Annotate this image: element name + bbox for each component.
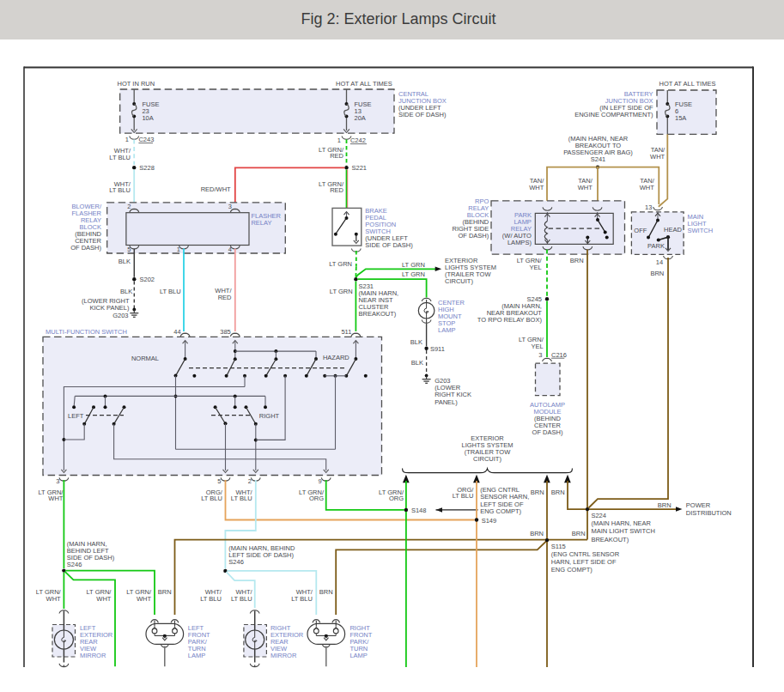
- svg-text:1: 1: [177, 246, 180, 253]
- svg-text:BRN: BRN: [551, 489, 565, 496]
- svg-text:S911: S911: [430, 345, 445, 353]
- svg-text:YEL: YEL: [529, 264, 541, 271]
- svg-text:S202: S202: [140, 276, 155, 283]
- svg-text:MAIN LIGHT SWITCH: MAIN LIGHT SWITCH: [591, 527, 654, 535]
- svg-text:C243: C243: [138, 136, 154, 143]
- svg-text:WHT: WHT: [46, 595, 61, 603]
- svg-text:3: 3: [56, 477, 59, 485]
- svg-text:BREAKOUT): BREAKOUT): [359, 310, 397, 318]
- svg-text:BRN: BRN: [530, 530, 544, 537]
- svg-text:BLK: BLK: [119, 258, 131, 265]
- svg-text:LT GRN: LT GRN: [402, 270, 425, 278]
- svg-text:BLK: BLK: [410, 338, 422, 346]
- svg-text:S228: S228: [139, 164, 155, 172]
- svg-text:HOT AT ALL TIMES: HOT AT ALL TIMES: [336, 80, 392, 88]
- svg-text:(ENG CNTRL SENSOR: (ENG CNTRL SENSOR: [551, 550, 620, 558]
- svg-text:CIRCUIT): CIRCUIT): [445, 277, 473, 285]
- svg-text:HAZARD: HAZARD: [323, 354, 349, 361]
- svg-text:G203: G203: [112, 312, 128, 319]
- svg-text:S246: S246: [228, 558, 244, 566]
- svg-text:HARN, LEFT SIDE OF: HARN, LEFT SIDE OF: [551, 558, 617, 566]
- svg-text:LT BLU: LT BLU: [200, 595, 222, 603]
- svg-text:PANEL): PANEL): [435, 398, 458, 406]
- svg-text:2: 2: [248, 477, 252, 485]
- svg-text:3: 3: [538, 351, 542, 359]
- svg-text:RIGHT: RIGHT: [259, 412, 280, 420]
- svg-text:CIRCUIT): CIRCUIT): [473, 455, 501, 463]
- svg-text:10A: 10A: [142, 114, 153, 122]
- svg-text:13: 13: [645, 203, 652, 211]
- svg-text:ORG: ORG: [389, 495, 404, 502]
- svg-text:ENG COMPT): ENG COMPT): [551, 566, 593, 574]
- svg-text:14: 14: [656, 258, 663, 266]
- svg-text:44: 44: [173, 328, 180, 336]
- svg-text:MIRROR: MIRROR: [270, 652, 297, 659]
- svg-text:LT BLU: LT BLU: [291, 595, 313, 603]
- svg-text:5: 5: [217, 477, 221, 485]
- svg-text:511: 511: [341, 328, 351, 336]
- svg-text:2: 2: [127, 203, 131, 210]
- svg-text:BRN: BRN: [158, 588, 172, 596]
- svg-text:RED: RED: [330, 152, 343, 160]
- svg-text:5: 5: [127, 246, 131, 253]
- svg-text:OF DASH): OF DASH): [532, 428, 563, 436]
- svg-text:S149: S149: [482, 517, 497, 525]
- svg-text:BRN: BRN: [319, 588, 333, 596]
- svg-text:OF DASH): OF DASH): [458, 232, 489, 240]
- svg-text:SIDE OF DASH): SIDE OF DASH): [365, 241, 413, 249]
- svg-text:ENG COMPT): ENG COMPT): [480, 507, 521, 515]
- svg-text:POWER: POWER: [686, 501, 711, 509]
- svg-text:9: 9: [319, 477, 322, 485]
- svg-text:RED/WHT: RED/WHT: [201, 185, 231, 193]
- svg-text:BREAKOUT): BREAKOUT): [591, 536, 629, 543]
- svg-text:BRN: BRN: [570, 257, 584, 264]
- svg-text:LT BLU: LT BLU: [231, 495, 252, 502]
- svg-text:(MAIN HARN, NEAR: (MAIN HARN, NEAR: [591, 519, 651, 527]
- svg-text:C216: C216: [551, 351, 567, 359]
- svg-text:LAMP: LAMP: [438, 326, 455, 334]
- svg-text:BLK: BLK: [411, 359, 423, 367]
- svg-text:SIDE OF DASH): SIDE OF DASH): [398, 111, 447, 118]
- svg-text:NORMAL: NORMAL: [131, 355, 159, 362]
- svg-text:S221: S221: [352, 164, 368, 172]
- svg-text:LT BLU: LT BLU: [109, 186, 131, 194]
- svg-text:S224: S224: [591, 512, 606, 519]
- svg-text:LAMPS): LAMPS): [507, 239, 532, 246]
- svg-text:C242: C242: [350, 137, 366, 144]
- svg-text:3: 3: [228, 203, 232, 210]
- svg-text:LAMP: LAMP: [349, 652, 367, 659]
- svg-text:RED: RED: [218, 294, 232, 301]
- svg-text:BRN: BRN: [531, 489, 544, 496]
- svg-text:LT BLU: LT BLU: [201, 495, 222, 502]
- svg-text:OF DASH): OF DASH): [70, 244, 101, 252]
- svg-text:Fig 2: Exterior Lamps Circuit: Fig 2: Exterior Lamps Circuit: [301, 10, 495, 27]
- svg-text:4: 4: [228, 246, 232, 253]
- svg-text:20A: 20A: [355, 114, 366, 122]
- svg-text:WHT: WHT: [48, 495, 63, 502]
- svg-text:DISTRIBUTION: DISTRIBUTION: [686, 509, 732, 517]
- svg-text:LAMP: LAMP: [188, 652, 205, 659]
- svg-text:1: 1: [125, 136, 129, 143]
- svg-text:WHT: WHT: [650, 153, 665, 161]
- svg-text:HOT AT ALL TIMES: HOT AT ALL TIMES: [659, 80, 716, 88]
- svg-text:RED: RED: [330, 186, 343, 194]
- svg-text:LT GRN: LT GRN: [329, 260, 352, 268]
- svg-text:LT GRN: LT GRN: [330, 288, 353, 295]
- svg-text:LT BLU: LT BLU: [109, 154, 131, 161]
- svg-text:OFF: OFF: [634, 227, 647, 234]
- svg-text:ORG: ORG: [309, 495, 324, 502]
- svg-text:WHT: WHT: [640, 184, 654, 191]
- svg-text:15A: 15A: [675, 114, 686, 122]
- svg-text:WHT: WHT: [578, 184, 593, 191]
- svg-text:WHT: WHT: [529, 184, 544, 191]
- svg-text:RELAY: RELAY: [251, 219, 271, 227]
- svg-text:S246: S246: [67, 561, 82, 568]
- svg-text:BRN: BRN: [572, 530, 586, 537]
- svg-text:PARK: PARK: [647, 242, 665, 250]
- svg-text:HEAD: HEAD: [664, 226, 682, 234]
- svg-text:BRN: BRN: [650, 270, 664, 277]
- svg-text:1: 1: [337, 137, 341, 144]
- svg-text:LT GRN: LT GRN: [402, 261, 425, 269]
- svg-text:S115: S115: [551, 543, 566, 550]
- svg-text:YEL: YEL: [532, 343, 544, 350]
